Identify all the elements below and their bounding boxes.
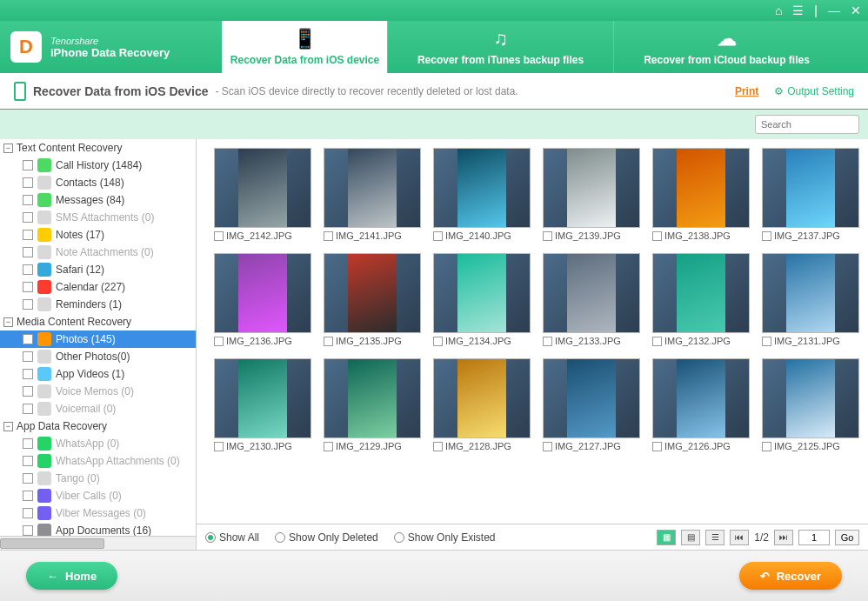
output-setting-link[interactable]: ⚙ Output Setting [774,85,854,97]
checkbox[interactable] [23,177,33,188]
thumbnail-checkbox[interactable] [543,337,552,346]
home-button[interactable]: ← Home [26,562,117,590]
sidebar-item[interactable]: SMS Attachments (0) [0,209,196,226]
thumbnail-checkbox[interactable] [214,442,224,451]
sidebar-item[interactable]: Calendar (227) [0,278,196,296]
checkbox[interactable] [23,386,33,397]
checkbox[interactable] [23,282,33,292]
sidebar-item[interactable]: Other Photos(0) [0,348,196,365]
print-link[interactable]: Print [735,85,758,97]
thumbnail-checkbox[interactable] [324,231,333,241]
checkbox[interactable] [23,247,33,257]
tab-2[interactable]: ☁Recover from iCloud backup files [613,21,839,73]
thumbnail-checkbox[interactable] [762,442,771,451]
thumbnail[interactable]: IMG_2142.JPG [214,148,311,241]
thumbnail-checkbox[interactable] [433,231,443,241]
checkbox[interactable] [23,508,33,518]
thumbnail-checkbox[interactable] [433,442,443,451]
page-number-input[interactable] [798,530,830,545]
checkbox[interactable] [23,438,33,449]
sidebar-item[interactable]: Messages (84) [0,191,196,209]
checkbox[interactable] [23,369,33,379]
sidebar-item[interactable]: WhatsApp (0) [0,435,196,452]
minimize-icon[interactable]: — [828,3,840,17]
thumbnail-checkbox[interactable] [433,337,443,346]
sidebar-item[interactable]: Note Attachments (0) [0,244,196,261]
thumbnail-checkbox[interactable] [543,442,552,451]
checkbox[interactable] [23,491,33,501]
sidebar-item[interactable]: Viber Messages (0) [0,504,196,522]
checkbox[interactable] [23,404,33,414]
checkbox[interactable] [23,299,33,310]
sidebar-item[interactable]: App Videos (1) [0,365,196,383]
thumbnail-checkbox[interactable] [324,337,333,346]
sidebar-item[interactable]: Viber Calls (0) [0,487,196,504]
search-input[interactable] [755,115,859,134]
checkbox[interactable] [23,456,33,466]
category-header[interactable]: −App Data Recovery [0,417,196,435]
checkbox[interactable] [23,334,33,344]
thumbnail[interactable]: IMG_2134.JPG [433,253,531,346]
thumbnail-checkbox[interactable] [652,442,662,451]
sidebar-item[interactable]: Notes (17) [0,226,196,244]
thumbnail[interactable]: IMG_2136.JPG [214,253,311,346]
thumbnail[interactable]: IMG_2127.JPG [543,358,640,451]
close-icon[interactable]: ✕ [851,3,861,17]
home-icon[interactable]: ⌂ [775,3,782,17]
checkbox[interactable] [23,195,33,205]
thumbnail-checkbox[interactable] [543,231,552,241]
view-grid-small-icon[interactable]: ▤ [681,530,700,545]
page-next-icon[interactable]: ⏭ [774,530,793,545]
go-button[interactable]: Go [835,530,859,545]
sidebar-scrollbar[interactable] [0,536,196,550]
thumbnail-checkbox[interactable] [762,337,771,346]
thumbnail[interactable]: IMG_2140.JPG [433,148,531,241]
thumbnail[interactable]: IMG_2125.JPG [762,358,859,451]
thumbnail[interactable]: IMG_2135.JPG [324,253,421,346]
sidebar-item[interactable]: Contacts (148) [0,174,196,191]
thumbnail[interactable]: IMG_2128.JPG [433,358,531,451]
checkbox[interactable] [23,230,33,240]
thumbnail[interactable]: IMG_2141.JPG [324,148,421,241]
tab-0[interactable]: 📱Recover Data from iOS device [222,21,387,73]
thumbnail-checkbox[interactable] [214,337,224,346]
thumbnail[interactable]: IMG_2139.JPG [543,148,640,241]
view-grid-large-icon[interactable]: ▦ [657,530,676,545]
filter-show-all[interactable]: Show All [205,531,259,544]
thumbnail[interactable]: IMG_2133.JPG [543,253,640,346]
checkbox[interactable] [23,160,33,170]
thumbnail[interactable]: IMG_2126.JPG [652,358,750,451]
sidebar-item[interactable]: Tango (0) [0,470,196,487]
checkbox[interactable] [23,473,33,484]
checkbox[interactable] [23,351,33,362]
sidebar-item[interactable]: Safari (12) [0,261,196,278]
sidebar-item[interactable]: Photos (145) [0,331,196,348]
thumbnail-checkbox[interactable] [324,442,333,451]
checkbox[interactable] [23,525,33,536]
thumbnail[interactable]: IMG_2137.JPG [762,148,859,241]
thumbnail-checkbox[interactable] [652,231,662,241]
sidebar-item[interactable]: Voice Memos (0) [0,383,196,400]
thumbnail-checkbox[interactable] [214,231,224,241]
recover-button[interactable]: ↶ Recover [739,562,842,590]
menu-icon[interactable]: ☰ [792,3,804,17]
checkbox[interactable] [23,212,33,223]
sidebar-item[interactable]: Reminders (1) [0,296,196,313]
thumbnail[interactable]: IMG_2132.JPG [652,253,750,346]
page-first-icon[interactable]: ⏮ [730,530,749,545]
thumbnail[interactable]: IMG_2131.JPG [762,253,859,346]
thumbnail[interactable]: IMG_2138.JPG [652,148,750,241]
category-header[interactable]: −Text Content Recovery [0,139,196,157]
checkbox[interactable] [23,264,33,275]
view-list-icon[interactable]: ☰ [705,530,724,545]
category-header[interactable]: −Media Content Recovery [0,313,196,331]
thumbnail[interactable]: IMG_2130.JPG [214,358,311,451]
filter-show-deleted[interactable]: Show Only Deleted [275,531,378,544]
sidebar-item[interactable]: WhatsApp Attachments (0) [0,452,196,470]
thumbnail-checkbox[interactable] [762,231,771,241]
sidebar-item[interactable]: Call History (1484) [0,157,196,174]
thumbnail[interactable]: IMG_2129.JPG [324,358,421,451]
sidebar-item[interactable]: Voicemail (0) [0,400,196,417]
thumbnail-checkbox[interactable] [652,337,662,346]
tab-1[interactable]: ♫Recover from iTunes backup files [387,21,613,73]
